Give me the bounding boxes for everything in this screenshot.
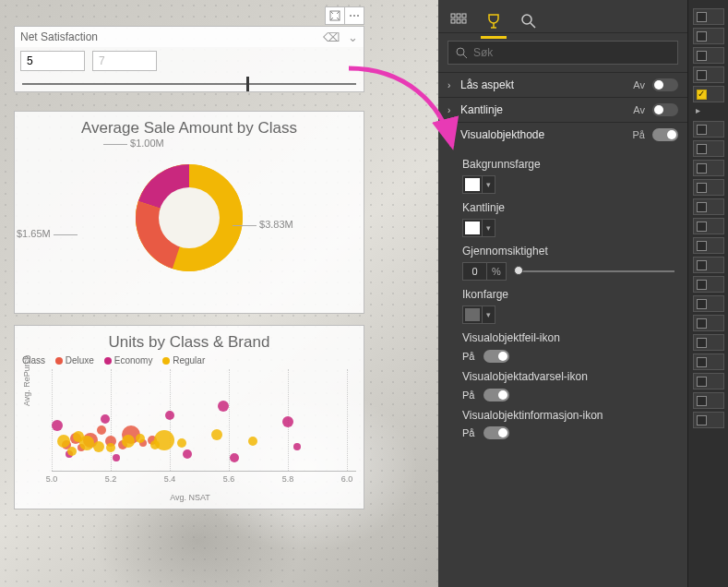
label-iconcolor: Ikonfarge <box>462 288 674 301</box>
rail-item[interactable] <box>693 121 724 138</box>
svg-point-2 <box>159 187 220 248</box>
toggle-info-icon[interactable] <box>483 426 509 439</box>
rail-item[interactable] <box>693 86 724 102</box>
eraser-icon[interactable]: ⌫ <box>323 30 340 44</box>
label-bordercolor: Kantlinje <box>462 201 674 214</box>
rail-item[interactable] <box>693 257 724 273</box>
swatch-bgcolor <box>465 178 480 191</box>
section-visual-header[interactable]: ⌄ Visualobjekthode På <box>438 123 687 147</box>
svg-rect-6 <box>451 19 455 23</box>
rail-item[interactable] <box>693 47 724 64</box>
format-panel: › Lås aspekt Av › Kantlinje Av ⌄ Visualo… <box>438 0 687 587</box>
donut-label-top: $1.00M <box>103 138 164 149</box>
selection-rail: ▸ <box>687 0 728 587</box>
chevron-right-icon: › <box>448 80 460 90</box>
report-canvas[interactable]: ⋯ Net Satisfaction ⌫ ⌄ Average Sale Amou… <box>0 0 438 587</box>
slicer-range-track[interactable] <box>22 77 356 91</box>
donut-title: Average Sale Amount by Class <box>15 112 364 139</box>
scatter-chart-visual[interactable]: Units by Class & Brand Class Deluxe Econ… <box>14 325 364 509</box>
label-info-icon: Visualobjektinformasjon-ikon <box>462 409 674 422</box>
panel-tabs <box>438 0 687 33</box>
rail-item[interactable] <box>693 218 724 234</box>
scatter-plot-area: Avg. RePurch Avg. NSAT 5.05.25.45.65.86.… <box>24 369 356 489</box>
toggle-warning-icon[interactable] <box>483 389 509 401</box>
scatter-title: Units by Class & Brand <box>15 326 364 353</box>
slicer-max-input[interactable] <box>92 51 157 71</box>
svg-point-9 <box>522 15 531 24</box>
caret-down-icon: ▾ <box>482 306 495 323</box>
rail-item[interactable] <box>693 179 724 196</box>
swatch-bordercolor <box>465 222 480 234</box>
svg-rect-8 <box>462 19 466 23</box>
more-options-icon[interactable]: ⋯ <box>344 6 364 25</box>
picker-iconcolor[interactable]: ▾ <box>462 305 495 324</box>
scatter-legend: Class Deluxe Economy Regular <box>15 353 364 367</box>
rail-item[interactable] <box>693 140 724 157</box>
chevron-right-icon: › <box>448 105 460 115</box>
slicer-visual[interactable]: ⋯ Net Satisfaction ⌫ ⌄ <box>14 26 364 92</box>
slicer-title: Net Satisfaction <box>20 30 98 43</box>
donut-chart <box>111 139 268 287</box>
rail-item[interactable] <box>693 412 724 428</box>
label-error-icon: Visualobjektfeil-ikon <box>462 331 674 344</box>
caret-down-icon: ▾ <box>482 176 495 193</box>
opacity-slider[interactable] <box>514 262 674 281</box>
rail-item[interactable] <box>693 198 724 215</box>
scatter-ylabel: Avg. RePurch <box>22 355 31 406</box>
donut-label-left: $1.65M <box>17 228 78 239</box>
rail-item[interactable] <box>693 28 724 44</box>
opacity-input[interactable]: 0 % <box>462 262 507 281</box>
analytics-tab[interactable] <box>518 10 540 32</box>
caret-down-icon: ▾ <box>482 220 495 236</box>
search-input[interactable] <box>473 46 670 59</box>
rail-item[interactable] <box>693 373 724 389</box>
label-opacity: Gjennomsiktighet <box>462 245 674 258</box>
svg-rect-5 <box>462 14 466 18</box>
label-bgcolor: Bakgrunnsfarge <box>462 158 674 171</box>
svg-rect-3 <box>451 14 455 18</box>
section-border[interactable]: › Kantlinje Av <box>438 98 687 122</box>
rail-item[interactable] <box>693 237 724 254</box>
rail-item[interactable] <box>693 160 724 176</box>
rail-item[interactable] <box>693 334 724 351</box>
rail-expand-icon[interactable]: ▸ <box>693 105 723 118</box>
rail-item[interactable] <box>693 315 724 331</box>
picker-bgcolor[interactable]: ▾ <box>462 175 495 194</box>
toggle-border[interactable] <box>652 103 678 116</box>
rail-item[interactable] <box>693 392 724 409</box>
picker-bordercolor[interactable]: ▾ <box>462 219 495 237</box>
svg-point-10 <box>457 48 464 55</box>
svg-rect-4 <box>457 14 460 18</box>
rail-item[interactable] <box>693 66 724 83</box>
chevron-down-icon[interactable]: ⌄ <box>348 30 358 44</box>
fields-tab[interactable] <box>448 10 470 32</box>
format-tab[interactable] <box>483 10 505 32</box>
rail-item[interactable] <box>693 353 724 370</box>
chevron-down-icon: ⌄ <box>448 130 460 140</box>
search-icon <box>456 47 468 59</box>
slicer-min-input[interactable] <box>20 51 85 71</box>
rail-item[interactable] <box>693 295 724 312</box>
slicer-thumb[interactable] <box>246 77 249 91</box>
donut-label-right: $3.83M <box>233 219 293 230</box>
toggle-error-icon[interactable] <box>483 350 509 363</box>
search-box[interactable] <box>448 41 678 65</box>
label-warning-icon: Visualobjektadvarsel-ikon <box>462 370 674 383</box>
donut-chart-visual[interactable]: Average Sale Amount by Class <box>14 111 364 314</box>
toggle-visual-header[interactable] <box>652 128 678 141</box>
focus-mode-icon[interactable] <box>325 6 345 25</box>
rail-item[interactable] <box>693 276 724 293</box>
section-aspect[interactable]: › Lås aspekt Av <box>438 73 687 97</box>
svg-rect-7 <box>457 19 460 23</box>
swatch-iconcolor <box>465 308 480 321</box>
rail-item[interactable] <box>693 8 724 25</box>
toggle-aspect[interactable] <box>652 78 678 91</box>
scatter-xlabel: Avg. NSAT <box>170 493 210 502</box>
